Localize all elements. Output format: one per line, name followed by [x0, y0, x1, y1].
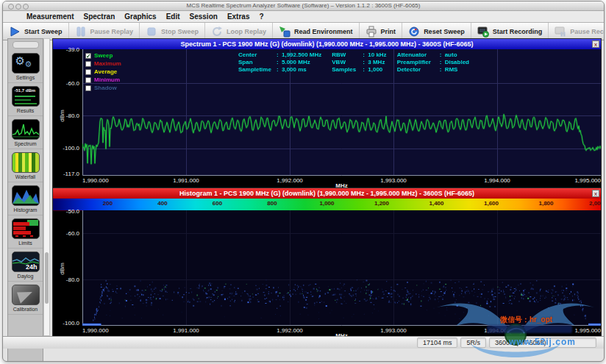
print-button[interactable]: Print [360, 23, 403, 40]
spectrum-x-tick: 1,991.000 [173, 177, 199, 184]
spectrum-legend: ✓ Sweep Maximum Average Minimum Shadow [85, 52, 121, 91]
histogram-panel-title: Histogram 1 - PCS 1900 MHz (G) (downlink… [179, 190, 474, 197]
sidebar-item-spectrum[interactable]: Spectrum [8, 116, 43, 149]
histogram-icon [12, 185, 40, 206]
sidebar-item-calibration[interactable]: Calibration [8, 282, 43, 315]
histogram-panel: Histogram 1 - PCS 1900 MHz (G) (downlink… [52, 188, 602, 338]
legend-label: Sweep [94, 52, 113, 59]
info-value: RMS [445, 66, 458, 73]
zoom-window-icon[interactable] [23, 4, 29, 10]
color-scale-tick: 200 [103, 200, 113, 207]
histogram-panel-close-button[interactable]: x [592, 190, 599, 197]
loop-icon [211, 26, 223, 38]
sweep-checkbox[interactable]: ✓ [85, 53, 91, 59]
minimum-checkbox[interactable] [85, 77, 91, 83]
histogram-panel-titlebar[interactable]: Histogram 1 - PCS 1900 MHz (G) (downlink… [53, 188, 601, 199]
menu-extras[interactable]: Extras [227, 13, 250, 21]
color-scale-tick: 1,400 [429, 200, 443, 207]
stop-sweep-button[interactable]: Stop Sweep [140, 23, 205, 40]
color-scale-tick: 400 [157, 200, 167, 207]
status-bar: 17104 ms 5R/s 3600S (HF-6065) [3, 336, 604, 349]
histogram-y-tick: -60.0 [54, 230, 79, 237]
info-label: Preamplifier [397, 59, 440, 65]
sidebar-item-daylog[interactable]: 24h Daylog [8, 249, 43, 282]
spectrum-y-tick: -100.0 [54, 145, 79, 151]
info-label: Samples [332, 66, 363, 73]
read-environment-button[interactable]: Read Environment [273, 23, 360, 40]
sidebar-item-label: Results [17, 108, 34, 113]
start-sweep-button[interactable]: Start Sweep [3, 23, 69, 40]
pause-replay-button[interactable]: Pause Replay [69, 23, 140, 40]
histogram-y-tick: -80.0 [54, 276, 79, 283]
sidebar: ⚙⚙ Settings -51,7 dBm Results Spectrum W… [7, 38, 43, 361]
spectrum-x-tick: 1,990.000 [82, 177, 109, 184]
menu-spectran[interactable]: Spectran [83, 13, 115, 21]
status-rate: 5R/s [460, 338, 486, 348]
histogram-x-tick: 1,995.000 [574, 327, 601, 334]
minimize-window-icon[interactable] [15, 4, 21, 10]
stop-icon [146, 26, 157, 38]
sidebar-item-results[interactable]: -51,7 dBm Results [8, 83, 43, 116]
sidebar-item-label: Spectrum [15, 141, 37, 146]
sidebar-item-label: Daylog [18, 274, 34, 279]
sidebar-item-label: Waterfall [15, 174, 35, 179]
sidebar-item-limits[interactable]: Limits [8, 215, 43, 249]
app-window: MCS Realtime Spectrum Analyzer Software … [2, 1, 605, 362]
info-label: RBW [332, 51, 363, 58]
reset-sweep-button[interactable]: Reset Sweep [402, 23, 471, 40]
menu-session[interactable]: Session [190, 13, 218, 21]
legend-row-minimum: Minimum [85, 76, 121, 83]
menu-measurement[interactable]: Measurement [26, 13, 74, 21]
spectrum-y-tick: -39.0 [54, 46, 79, 53]
sidebar-scroll-handle[interactable] [13, 41, 39, 49]
legend-label: Minimum [94, 76, 120, 83]
color-scale-tick: 1,600 [484, 200, 499, 207]
info-label: Detector [397, 66, 440, 73]
sweep-info-readout: Center:1,992.500 MHz Span:5.000 MHz Samp… [238, 51, 469, 73]
color-scale-tick: 2,000 [589, 200, 601, 207]
record-pause-icon [555, 26, 566, 38]
pause-recording-button[interactable]: Pause Recording [549, 23, 605, 40]
histogram-x-tick: 1,993.000 [380, 327, 407, 334]
histogram-x-tick: 1,991.000 [173, 327, 199, 334]
panel-scrollbar-thumb[interactable] [45, 252, 49, 304]
menu-help[interactable]: ? [259, 13, 263, 21]
histogram-y-tick: -50.0 [54, 208, 79, 215]
maximum-checkbox[interactable] [85, 61, 91, 67]
spectrum-panel-title: Spectrum 1 - PCS 1900 MHz (G) (downlink)… [180, 40, 473, 48]
info-label: Center [238, 51, 277, 58]
info-value: 1,992.500 MHz [282, 51, 321, 58]
gears-icon: ⚙⚙ [12, 53, 40, 74]
histogram-color-scale: 200 400 600 800 1,000 1,200 1,400 1,600 … [53, 199, 601, 211]
read-environment-icon [279, 26, 290, 38]
window-titlebar: MCS Realtime Spectrum Analyzer Software … [3, 1, 604, 11]
spectrum-panel-titlebar[interactable]: Spectrum 1 - PCS 1900 MHz (G) (downlink)… [53, 39, 601, 49]
sidebar-item-waterfall[interactable]: Waterfall [8, 149, 43, 182]
histogram-x-tick: 1,992.000 [277, 327, 303, 334]
info-value: Disabled [445, 59, 469, 65]
menu-edit[interactable]: Edit [166, 13, 180, 21]
limits-icon [12, 218, 40, 239]
sidebar-item-histogram[interactable]: Histogram [8, 182, 43, 215]
legend-row-sweep: ✓ Sweep [85, 52, 121, 59]
sidebar-item-label: Settings [16, 75, 35, 80]
play-icon [9, 26, 21, 38]
histogram-x-tick: 1,990.000 [82, 327, 109, 334]
window-title: MCS Realtime Spectrum Analyzer Software … [3, 1, 604, 10]
loop-replay-button[interactable]: Loop Replay [205, 23, 273, 40]
legend-label: Average [94, 68, 117, 75]
shadow-checkbox[interactable] [85, 85, 91, 91]
record-start-icon [477, 26, 489, 38]
histogram-plot[interactable] [82, 210, 601, 326]
calibration-icon [12, 285, 40, 305]
spectrum-panel-close-button[interactable]: x [592, 40, 599, 48]
menu-graphics[interactable]: Graphics [124, 13, 156, 21]
info-value: 3 MHz [368, 59, 385, 65]
panel-scrollbar[interactable] [43, 38, 50, 336]
start-recording-button[interactable]: Start Recording [471, 23, 549, 40]
sidebar-item-settings[interactable]: ⚙⚙ Settings [8, 50, 43, 83]
average-checkbox[interactable] [85, 69, 91, 75]
printer-icon [366, 26, 377, 38]
spectrum-x-tick: 1,995.000 [574, 177, 601, 184]
close-window-icon[interactable] [8, 4, 14, 10]
